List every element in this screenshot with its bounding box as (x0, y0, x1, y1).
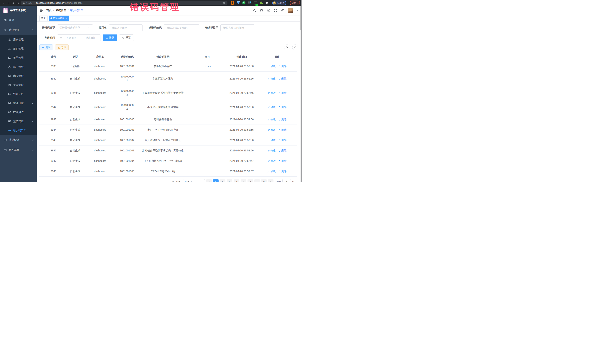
browser-update-button[interactable]: 更新 (290, 0, 300, 5)
reload-icon[interactable] (11, 1, 14, 5)
breadcrumb-current[interactable]: 错误码管理 (70, 9, 83, 12)
edit-link[interactable]: 修改 (267, 159, 276, 163)
sidebar-item-label: 首页 (9, 18, 14, 22)
sidebar-item-posts[interactable]: 岗位管理 (0, 71, 37, 80)
breadcrumb-home[interactable]: 首页 (46, 9, 52, 12)
edit-link[interactable]: 修改 (267, 128, 276, 132)
not-secure-warning[interactable]: 不安全 (23, 1, 33, 4)
delete-link[interactable]: 删除 (278, 149, 287, 153)
sidebar-item-roles[interactable]: 角色管理 (0, 44, 37, 53)
avatar-caret-icon[interactable] (297, 10, 299, 11)
goto-page-input[interactable] (282, 179, 291, 182)
sidebar-item-error-code[interactable]: 错误码管理 (0, 126, 37, 135)
reset-button[interactable]: 重置 (119, 34, 134, 41)
github-icon[interactable] (260, 9, 263, 12)
hamburger-icon[interactable] (40, 9, 43, 12)
url-text[interactable]: dashboard.yudao.iocoder.cn/system/error-… (36, 2, 82, 4)
page-button-6[interactable]: 6 (247, 179, 253, 182)
breadcrumb-system[interactable]: 系统管理 (56, 9, 66, 12)
create-time-range-picker[interactable]: 开始日期 - 结束日期 (57, 34, 101, 41)
sidebar-item-users[interactable]: 用户管理 (0, 35, 37, 44)
sidebar-item-departments[interactable]: 部门管理 (0, 62, 37, 71)
edit-link[interactable]: 修改 (267, 149, 276, 153)
extension-key-icon[interactable] (259, 1, 263, 5)
delete-link[interactable]: 删除 (278, 128, 287, 132)
tag-home[interactable]: 首页 (39, 16, 47, 21)
delete-link[interactable]: 删除 (278, 64, 287, 68)
sidebar-item-online-users[interactable]: 在线用户 (0, 108, 37, 117)
page-button-8[interactable]: 8 (261, 179, 267, 182)
extension-orange-ring-icon[interactable] (231, 1, 234, 5)
page-size-select[interactable]: 10条/页 (183, 179, 205, 182)
delete-link[interactable]: 删除 (278, 91, 287, 95)
profile-sync-paused-chip[interactable]: 已暂停 (272, 0, 286, 5)
sidebar-item-home[interactable]: 首页 (0, 15, 37, 25)
edit-link[interactable]: 修改 (267, 169, 276, 173)
delete-link[interactable]: 删除 (278, 159, 287, 163)
edit-link[interactable]: 修改 (267, 105, 276, 109)
delete-link[interactable]: 删除 (278, 138, 287, 142)
fullscreen-icon[interactable] (274, 9, 277, 12)
tag-error-code[interactable]: 错误码管理 (49, 16, 70, 21)
error-msg-field (220, 24, 254, 31)
sidebar-item-system[interactable]: 系统管理 (0, 25, 37, 35)
user-avatar[interactable] (288, 8, 293, 13)
next-page-button[interactable] (268, 179, 274, 182)
sidebar-item-infrastructure[interactable]: 基础设施 (0, 135, 37, 145)
error-code-input[interactable] (166, 26, 197, 30)
error-msg-input[interactable] (223, 26, 252, 30)
app-name-field (109, 24, 143, 31)
extension-switch-icon[interactable]: on (254, 1, 257, 5)
col-header-code: 错误码编码 (118, 53, 137, 61)
sidebar-item-menus[interactable]: 菜单管理 (0, 53, 37, 62)
edit-link[interactable]: 修改 (267, 77, 276, 81)
bookmark-star-icon[interactable] (222, 1, 226, 5)
add-button[interactable]: 新增 (39, 44, 53, 50)
delete-link[interactable]: 删除 (278, 77, 287, 81)
edit-link[interactable]: 修改 (267, 138, 276, 142)
delete-link[interactable]: 删除 (278, 169, 287, 173)
page-button-4[interactable]: 4 (234, 179, 239, 182)
page-button-3[interactable]: 3 (227, 179, 232, 182)
export-button[interactable]: 导出 (55, 44, 69, 50)
cell-type: 自动生成 (68, 125, 83, 135)
font-size-icon[interactable] (281, 9, 284, 12)
extension-blue-gem-icon[interactable] (237, 1, 240, 5)
more-pages-button[interactable] (254, 179, 260, 182)
sidebar-item-sms[interactable]: 短信管理 (0, 117, 37, 126)
page-button-2[interactable]: 2 (220, 179, 225, 182)
refresh-table-button[interactable] (292, 44, 298, 50)
page-button-1[interactable]: 1 (213, 179, 219, 182)
extensions-puzzle-icon[interactable] (265, 1, 268, 5)
extension-grid-icon[interactable] (248, 1, 251, 5)
page-button-5[interactable]: 5 (241, 179, 246, 182)
home-icon[interactable] (16, 1, 19, 5)
extension-green-v-icon[interactable]: V (242, 1, 245, 4)
sidebar-item-dicts[interactable]: 字典管理 (0, 80, 37, 89)
forward-icon[interactable] (6, 1, 10, 5)
sidebar-item-notices[interactable]: 通知公告 (0, 89, 37, 99)
cell-code: 1001000001 (118, 61, 137, 72)
delete-link[interactable]: 删除 (278, 118, 287, 121)
date-end-placeholder: 结束日期 (83, 36, 98, 39)
select-placeholder: 请选择错误码类型 (59, 26, 80, 30)
kebab-menu-icon[interactable] (297, 2, 298, 4)
show-search-toggle-button[interactable] (284, 44, 290, 50)
app-name-input[interactable] (111, 26, 140, 30)
search-icon[interactable] (253, 9, 256, 12)
sidebar-item-dev-tools[interactable]: 研发工具 (0, 145, 37, 155)
search-button[interactable]: 搜索 (103, 34, 117, 41)
log-edit-icon (8, 102, 11, 105)
address-bar[interactable]: 不安全 | dashboard.yudao.iocoder.cn/system/… (21, 1, 227, 5)
edit-link[interactable]: 修改 (267, 64, 276, 68)
edit-link[interactable]: 修改 (267, 91, 276, 95)
sidebar-item-audit-log[interactable]: 审计日志 (0, 99, 37, 108)
back-icon[interactable] (1, 1, 5, 5)
close-icon[interactable] (65, 17, 68, 19)
prev-page-button[interactable] (206, 179, 212, 182)
edit-link[interactable]: 修改 (267, 118, 276, 121)
sidebar-logo[interactable]: 芋道管理系统 (0, 6, 37, 15)
help-icon[interactable] (267, 9, 270, 12)
delete-link[interactable]: 删除 (278, 105, 287, 109)
error-type-select[interactable]: 请选择错误码类型 (57, 24, 93, 31)
